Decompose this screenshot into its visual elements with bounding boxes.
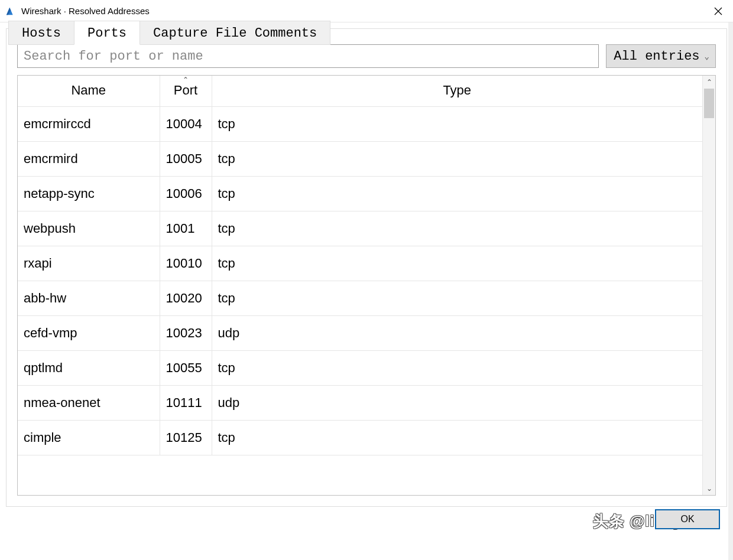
ports-table: Name ⌃ Port Type emcrmirccd10004tcpemcrm… — [18, 76, 702, 455]
table-row[interactable]: netapp-sync10006tcp — [18, 177, 702, 211]
cell-name: cimple — [18, 421, 160, 455]
cell-type: tcp — [212, 421, 702, 455]
cell-name: nmea-onenet — [18, 386, 160, 421]
table-row[interactable]: cimple10125tcp — [18, 421, 702, 455]
cell-name: webpush — [18, 211, 160, 246]
dialog-frame: All entries ⌄ Name ⌃ — [6, 28, 727, 507]
table-row[interactable]: emcrmird10005tcp — [18, 142, 702, 177]
cell-type: udp — [212, 316, 702, 351]
cell-port: 10020 — [160, 281, 212, 316]
cell-name: abb-hw — [18, 281, 160, 316]
cell-type: tcp — [212, 281, 702, 316]
tab-ports[interactable]: Ports — [74, 21, 140, 45]
ok-button[interactable]: OK — [655, 509, 720, 529]
table-row[interactable]: emcrmirccd10004tcp — [18, 107, 702, 142]
vertical-scrollbar[interactable]: ⌃ ⌄ — [702, 76, 715, 495]
cell-port: 1001 — [160, 211, 212, 246]
cell-type: udp — [212, 386, 702, 421]
cell-port: 10023 — [160, 316, 212, 351]
cell-name: emcrmirccd — [18, 107, 160, 142]
cell-name: netapp-sync — [18, 177, 160, 211]
chevron-down-icon: ⌄ — [705, 51, 709, 61]
cell-type: tcp — [212, 107, 702, 142]
window-title: Wireshark · Resolved Addresses — [21, 6, 150, 16]
cell-type: tcp — [212, 211, 702, 246]
search-row: All entries ⌄ — [17, 44, 716, 68]
search-input[interactable] — [17, 44, 599, 68]
table-row[interactable]: webpush1001tcp — [18, 211, 702, 246]
cell-port: 10111 — [160, 386, 212, 421]
ports-table-wrap: Name ⌃ Port Type emcrmirccd10004tcpemcrm… — [17, 75, 716, 496]
filter-dropdown-label: All entries — [614, 49, 699, 64]
cell-type: tcp — [212, 142, 702, 177]
wireshark-icon — [6, 6, 17, 17]
tab-capture-file-comments[interactable]: Capture File Comments — [140, 21, 330, 45]
cell-type: tcp — [212, 351, 702, 386]
scroll-thumb[interactable] — [704, 89, 714, 118]
column-header-port[interactable]: ⌃ Port — [160, 76, 212, 107]
cell-name: cefd-vmp — [18, 316, 160, 351]
cell-port: 10010 — [160, 246, 212, 281]
cell-port: 10004 — [160, 107, 212, 142]
window-edge-sliver — [728, 0, 733, 560]
cell-port: 10005 — [160, 142, 212, 177]
cell-name: emcrmird — [18, 142, 160, 177]
cell-name: qptlmd — [18, 351, 160, 386]
cell-type: tcp — [212, 246, 702, 281]
table-row[interactable]: nmea-onenet10111udp — [18, 386, 702, 421]
cell-port: 10006 — [160, 177, 212, 211]
cell-name: rxapi — [18, 246, 160, 281]
tab-strip: Hosts Ports Capture File Comments — [8, 21, 330, 45]
cell-type: tcp — [212, 177, 702, 211]
table-row[interactable]: qptlmd10055tcp — [18, 351, 702, 386]
scroll-down-arrow-icon[interactable]: ⌄ — [703, 482, 716, 495]
close-button[interactable] — [703, 0, 733, 22]
tab-content: All entries ⌄ Name ⌃ — [17, 44, 716, 496]
sort-ascending-icon: ⌃ — [183, 76, 189, 84]
tab-hosts[interactable]: Hosts — [8, 21, 74, 45]
title-bar: Wireshark · Resolved Addresses — [0, 0, 733, 22]
cell-port: 10125 — [160, 421, 212, 455]
scroll-up-arrow-icon[interactable]: ⌃ — [703, 76, 716, 89]
filter-dropdown[interactable]: All entries ⌄ — [606, 44, 716, 68]
column-header-type[interactable]: Type — [212, 76, 702, 107]
cell-port: 10055 — [160, 351, 212, 386]
table-row[interactable]: abb-hw10020tcp — [18, 281, 702, 316]
table-row[interactable]: rxapi10010tcp — [18, 246, 702, 281]
column-header-name[interactable]: Name — [18, 76, 160, 107]
table-row[interactable]: cefd-vmp10023udp — [18, 316, 702, 351]
